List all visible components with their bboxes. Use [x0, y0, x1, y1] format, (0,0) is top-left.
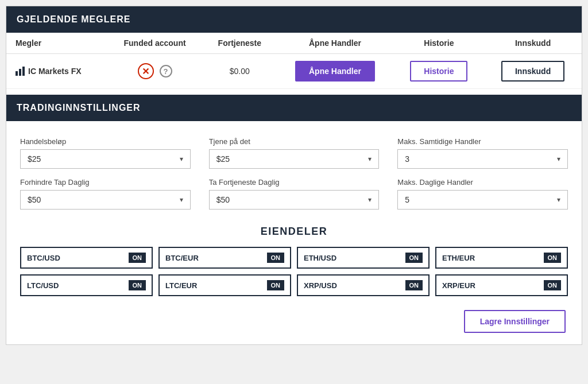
innskudd-button[interactable]: Innskudd: [501, 61, 564, 82]
asset-ethusd: ETH/USD ON: [297, 247, 430, 269]
select-tjene[interactable]: $25 ▾: [209, 149, 380, 169]
asset-btcusd-label: BTC/USD: [27, 254, 60, 262]
assets-title: EIENDELER: [20, 226, 568, 238]
asset-etheur: ETH/EUR ON: [435, 247, 568, 269]
label-ta-fortjeneste: Ta Fortjeneste Daglig: [209, 178, 380, 187]
main-container: GJELDENDE MEGLERE Megler Funded account …: [6, 6, 582, 345]
settings-section: TRADINGINNSTILLINGER Handelsbeløp $25 ▾ …: [6, 95, 582, 344]
select-maks-samtidige[interactable]: 3 ▾: [397, 149, 568, 169]
asset-ethusd-label: ETH/USD: [304, 254, 336, 262]
settings-grid: Handelsbeløp $25 ▾ Tjene på det $25 ▾ Ma…: [20, 137, 568, 210]
asset-xrpusd-label: XRP/USD: [304, 281, 337, 290]
asset-ltcusd-label: LTC/USD: [27, 281, 59, 290]
assets-grid: BTC/USD ON BTC/EUR ON ETH/USD ON ETH/EUR…: [20, 247, 568, 296]
col-historie: Historie: [394, 33, 485, 54]
col-funded: Funded account: [107, 33, 203, 54]
historie-button[interactable]: Historie: [410, 61, 467, 82]
label-forhindre: Forhindre Tap Daglig: [20, 178, 191, 187]
select-forhindre-value: $50: [28, 195, 41, 204]
asset-etheur-toggle[interactable]: ON: [544, 253, 562, 263]
chevron-down-icon: ▾: [180, 155, 183, 163]
label-handelsbelop: Handelsbeløp: [20, 137, 191, 146]
asset-ltcusd: LTC/USD ON: [20, 274, 153, 296]
chevron-down-icon: ▾: [557, 155, 560, 163]
asset-xrpusd-toggle[interactable]: ON: [405, 280, 423, 290]
asset-etheur-label: ETH/EUR: [442, 254, 475, 262]
funded-cell: ✕ ?: [116, 63, 194, 79]
asset-btcusd-toggle[interactable]: ON: [129, 253, 146, 263]
save-row: Lagre Innstillinger: [20, 310, 568, 333]
chevron-down-icon: ▾: [557, 196, 560, 204]
chevron-down-icon: ▾: [180, 196, 183, 204]
asset-ltceur-toggle[interactable]: ON: [267, 280, 285, 290]
asset-xrpeur-label: XRP/EUR: [442, 281, 475, 290]
field-tjene: Tjene på det $25 ▾: [209, 137, 380, 169]
col-innskudd: Innskudd: [484, 33, 582, 54]
asset-ltceur: LTC/EUR ON: [158, 274, 291, 296]
field-forhindre: Forhindre Tap Daglig $50 ▾: [20, 178, 191, 210]
asset-btceur: BTC/EUR ON: [158, 247, 291, 269]
col-fortjeneste: Fortjeneste: [203, 33, 276, 54]
select-ta-fortjeneste-value: $50: [216, 195, 230, 204]
select-maks-daglige[interactable]: 5 ▾: [397, 190, 568, 210]
asset-xrpeur-toggle[interactable]: ON: [544, 280, 562, 290]
asset-btceur-label: BTC/EUR: [165, 254, 199, 262]
asset-ltcusd-toggle[interactable]: ON: [129, 280, 146, 290]
label-maks-daglige: Maks. Daglige Handler: [397, 178, 568, 187]
table-row: IC Markets FX ✕ ? $0.00 Åpne Handler: [6, 54, 582, 89]
asset-xrpeur: XRP/EUR ON: [435, 274, 568, 296]
aapne-handler-button[interactable]: Åpne Handler: [295, 61, 375, 82]
broker-label: IC Markets FX: [28, 67, 82, 76]
broker-name: IC Markets FX: [16, 67, 98, 76]
fortjeneste-value: $0.00: [203, 54, 276, 89]
help-icon[interactable]: ?: [160, 65, 172, 77]
settings-body: Handelsbeløp $25 ▾ Tjene på det $25 ▾ Ma…: [6, 121, 582, 344]
asset-xrpusd: XRP/USD ON: [297, 274, 430, 296]
col-megler: Megler: [6, 33, 107, 54]
select-maks-daglige-value: 5: [405, 195, 409, 204]
chevron-down-icon: ▾: [368, 155, 372, 163]
brokers-section: GJELDENDE MEGLERE Megler Funded account …: [6, 6, 582, 89]
select-handelsbelop[interactable]: $25 ▾: [20, 149, 191, 169]
asset-ethusd-toggle[interactable]: ON: [405, 253, 423, 263]
field-ta-fortjeneste: Ta Fortjeneste Daglig $50 ▾: [209, 178, 380, 210]
label-tjene: Tjene på det: [209, 137, 380, 146]
select-maks-samtidige-value: 3: [405, 154, 409, 164]
chevron-down-icon: ▾: [368, 196, 372, 204]
asset-btceur-toggle[interactable]: ON: [267, 253, 285, 263]
brokers-table: Megler Funded account Fortjeneste Åpne H…: [6, 33, 582, 89]
field-maks-samtidige: Maks. Samtidige Handler 3 ▾: [397, 137, 568, 169]
broker-logo-icon: [16, 67, 25, 76]
save-button[interactable]: Lagre Innstillinger: [464, 310, 566, 333]
select-forhindre[interactable]: $50 ▾: [20, 190, 191, 210]
asset-ltceur-label: LTC/EUR: [165, 281, 197, 290]
settings-section-title: TRADINGINNSTILLINGER: [6, 95, 582, 121]
select-handelsbelop-value: $25: [28, 154, 41, 164]
label-maks-samtidige: Maks. Samtidige Handler: [397, 137, 568, 146]
col-aapne: Åpne Handler: [276, 33, 393, 54]
funded-x-icon: ✕: [138, 63, 154, 79]
field-handelsbelop: Handelsbeløp $25 ▾: [20, 137, 191, 169]
asset-btcusd: BTC/USD ON: [20, 247, 153, 269]
select-tjene-value: $25: [216, 154, 230, 164]
brokers-section-title: GJELDENDE MEGLERE: [6, 6, 582, 33]
select-ta-fortjeneste[interactable]: $50 ▾: [209, 190, 380, 210]
field-maks-daglige: Maks. Daglige Handler 5 ▾: [397, 178, 568, 210]
